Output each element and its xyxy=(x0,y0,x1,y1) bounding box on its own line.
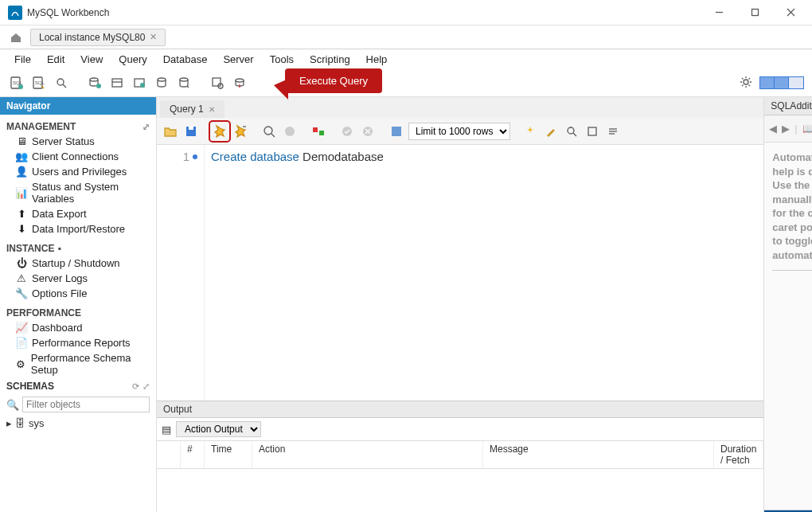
menu-database[interactable]: Database xyxy=(155,53,216,65)
nav-dashboard[interactable]: 📈Dashboard xyxy=(5,320,151,335)
db-add-icon[interactable] xyxy=(86,74,103,92)
stop-icon[interactable] xyxy=(281,123,299,140)
query-tab-label: Query 1 xyxy=(170,104,204,115)
close-query-tab-icon[interactable]: ✕ xyxy=(209,105,215,114)
titlebar: MySQL Workbench xyxy=(0,0,812,25)
help-text: Automatic context help is disabled. Use … xyxy=(772,151,812,261)
nav-forward-icon[interactable]: ▶ xyxy=(782,123,790,135)
db-proc-icon[interactable] xyxy=(153,74,170,92)
svg-point-9 xyxy=(57,79,64,85)
open-sql-icon[interactable]: SQL xyxy=(30,74,48,92)
home-icon[interactable] xyxy=(5,29,27,46)
maximize-button[interactable] xyxy=(737,0,773,25)
menu-query[interactable]: Query xyxy=(111,53,154,65)
nav-options-file[interactable]: 🔧Options File xyxy=(5,286,151,301)
nav-server-status[interactable]: 🖥Server Status xyxy=(5,134,151,149)
schema-item-sys[interactable]: ▸ 🗄 sys xyxy=(6,417,150,429)
svg-point-11 xyxy=(90,78,98,81)
menu-help[interactable]: Help xyxy=(358,53,396,65)
additions-toolbar: ◀ ▶ | 📖 🔄 | Jump to xyxy=(764,115,812,143)
menu-file[interactable]: File xyxy=(6,53,39,65)
execute-query-button[interactable] xyxy=(211,123,228,140)
schema-setup-icon: ⚙ xyxy=(16,358,26,369)
row-limit-select[interactable]: Limit to 1000 rows xyxy=(408,123,510,140)
nav-data-import[interactable]: ⬇Data Import/Restore xyxy=(5,221,151,236)
menu-tools[interactable]: Tools xyxy=(262,53,302,65)
execute-current-icon[interactable] xyxy=(232,123,249,140)
sql-additions-panel: SQLAdditions ◀ ▶ | 📖 🔄 | Jump to Automat… xyxy=(763,97,812,512)
beautify-icon[interactable] xyxy=(521,123,539,140)
database-icon: 🗄 xyxy=(15,417,25,429)
close-button[interactable] xyxy=(773,0,809,25)
search-table-icon[interactable] xyxy=(209,74,226,92)
options-icon: 🔧 xyxy=(16,288,27,299)
db-func-icon[interactable] xyxy=(175,74,193,92)
svg-line-27 xyxy=(271,134,275,137)
save-icon[interactable] xyxy=(182,123,200,140)
inspector-icon[interactable] xyxy=(53,74,70,92)
section-management: MANAGEMENT ⤢ xyxy=(5,118,151,134)
logs-icon: ⚠ xyxy=(16,273,27,284)
manual-help-icon[interactable]: 📖 xyxy=(802,123,812,135)
panel-toggle[interactable] xyxy=(759,76,804,89)
sql-editor[interactable]: 1 Create database Demodatabase xyxy=(157,145,763,401)
expand-tree-icon[interactable]: ▸ xyxy=(6,417,12,429)
filter-objects-input[interactable] xyxy=(22,397,150,412)
query-tab-1[interactable]: Query 1 ✕ xyxy=(160,100,224,118)
nav-data-export[interactable]: ⬆Data Export xyxy=(5,206,151,221)
refresh-icon[interactable]: ⟳ xyxy=(132,381,139,392)
settings-icon[interactable] xyxy=(739,75,755,91)
expand-schemas-icon[interactable]: ⤢ xyxy=(142,381,150,392)
connection-tab[interactable]: Local instance MySQL80 ✕ xyxy=(30,29,166,46)
menu-view[interactable]: View xyxy=(72,53,111,65)
minimize-button[interactable] xyxy=(701,0,737,25)
panel-right-icon[interactable] xyxy=(789,77,803,88)
svg-point-6 xyxy=(18,84,23,89)
svg-point-18 xyxy=(180,78,188,81)
callout-label: Execute Query xyxy=(299,75,368,87)
new-sql-tab-icon[interactable]: SQL xyxy=(8,74,25,92)
db-view-icon[interactable] xyxy=(131,74,148,92)
nav-users-privileges[interactable]: 👤Users and Privileges xyxy=(5,164,151,179)
rebuild-icon[interactable] xyxy=(231,74,248,92)
nav-startup-shutdown[interactable]: ⏻Startup / Shutdown xyxy=(5,256,151,271)
nav-perf-schema[interactable]: ⚙Performance Schema Setup xyxy=(5,350,151,377)
autocommit-icon[interactable] xyxy=(310,123,327,140)
rollback-icon[interactable] xyxy=(359,123,377,140)
cleanup-icon[interactable] xyxy=(542,123,560,140)
panel-left-icon[interactable] xyxy=(760,77,775,88)
expand-icon[interactable]: ⤢ xyxy=(142,122,150,132)
svg-rect-1 xyxy=(752,10,759,16)
wrap-icon[interactable] xyxy=(584,123,601,140)
additions-header: SQLAdditions xyxy=(764,97,812,115)
client-connections-icon: 👥 xyxy=(16,151,27,162)
output-mode-select[interactable]: Action Output xyxy=(176,421,261,437)
commit-icon[interactable] xyxy=(338,123,356,140)
editor-content[interactable]: Create database Demodatabase xyxy=(205,145,763,401)
db-table-icon[interactable] xyxy=(108,74,126,92)
editor-gutter: 1 xyxy=(157,145,205,401)
col-num: # xyxy=(181,441,205,468)
menu-edit[interactable]: Edit xyxy=(39,53,72,65)
query-tabs: Query 1 ✕ xyxy=(157,97,763,118)
main-toolbar: SQL SQL xyxy=(0,68,812,97)
invisible-icon[interactable] xyxy=(604,123,622,140)
nav-status-vars[interactable]: 📊Status and System Variables xyxy=(5,179,151,206)
nav-back-icon[interactable]: ◀ xyxy=(769,123,777,135)
close-tab-icon[interactable]: ✕ xyxy=(150,32,157,42)
nav-server-logs[interactable]: ⚠Server Logs xyxy=(5,271,151,286)
output-list-icon[interactable]: ▤ xyxy=(162,424,171,436)
toggle-limit-icon[interactable] xyxy=(388,123,405,140)
menu-scripting[interactable]: Scripting xyxy=(302,53,358,65)
open-file-icon[interactable] xyxy=(162,123,179,140)
find-icon[interactable] xyxy=(563,123,580,140)
section-performance: PERFORMANCE xyxy=(5,301,151,320)
menu-server[interactable]: Server xyxy=(215,53,261,65)
nav-perf-reports[interactable]: 📄Performance Reports xyxy=(5,335,151,350)
svg-point-17 xyxy=(158,78,166,81)
explain-icon[interactable] xyxy=(260,123,278,140)
output-toolbar: ▤ Action Output xyxy=(157,418,763,441)
schema-list: ▸ 🗄 sys xyxy=(5,414,151,432)
panel-bottom-icon[interactable] xyxy=(775,77,789,88)
nav-client-connections[interactable]: 👥Client Connections xyxy=(5,149,151,164)
